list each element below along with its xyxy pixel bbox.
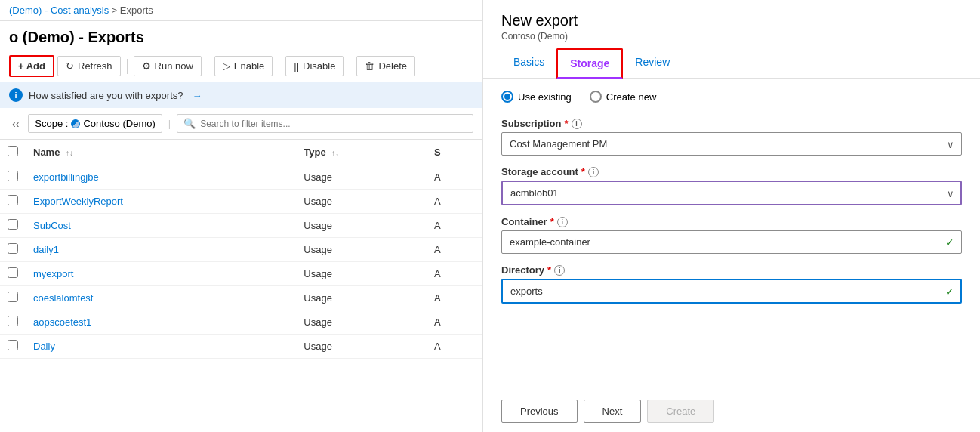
row-name[interactable]: myexport xyxy=(26,262,296,286)
row-type: Usage xyxy=(296,214,427,238)
info-banner-text: How satisfied are you with exports? xyxy=(29,90,183,101)
table-row: myexport Usage A xyxy=(0,262,482,286)
breadcrumb-link[interactable]: (Demo) - Cost analysis xyxy=(9,5,109,16)
container-info-icon[interactable]: i xyxy=(557,217,568,227)
container-group: Container * i ✓ xyxy=(501,216,962,254)
table-header-type: Type ↑↓ xyxy=(296,140,427,165)
directory-input[interactable] xyxy=(501,279,962,304)
disable-icon: || xyxy=(294,60,299,72)
refresh-button[interactable]: ↻ Refresh xyxy=(57,56,121,76)
name-sort-icon[interactable]: ↑↓ xyxy=(66,149,73,157)
row-name[interactable]: exportbillingjbe xyxy=(26,165,296,190)
enable-label: Enable xyxy=(234,60,264,72)
directory-check-icon: ✓ xyxy=(945,285,954,298)
table-row: SubCost Usage A xyxy=(0,214,482,238)
row-checkbox[interactable] xyxy=(8,292,18,302)
row-checkbox[interactable] xyxy=(8,340,18,350)
directory-input-wrapper: ✓ xyxy=(501,279,962,304)
directory-required: * xyxy=(547,264,551,276)
type-sort-icon[interactable]: ↑↓ xyxy=(331,149,339,157)
toolbar-separator-4 xyxy=(350,59,350,74)
row-checkbox[interactable] xyxy=(8,171,18,181)
row-type: Usage xyxy=(296,286,427,310)
row-name[interactable]: aopscoetest1 xyxy=(26,310,296,335)
search-box: 🔍 xyxy=(177,114,473,133)
row-name[interactable]: ExportWeeklyReport xyxy=(26,190,296,214)
enable-button[interactable]: ▷ Enable xyxy=(214,56,273,76)
row-name[interactable]: daily1 xyxy=(26,238,296,262)
enable-icon: ▷ xyxy=(223,60,230,72)
search-icon: 🔍 xyxy=(183,118,196,129)
table-body: exportbillingjbe Usage A ExportWeeklyRep… xyxy=(0,165,482,359)
directory-label: Directory * i xyxy=(501,264,962,276)
table-row: aopscoetest1 Usage A xyxy=(0,310,482,335)
container-label: Container * i xyxy=(501,216,962,227)
storage-account-info-icon[interactable]: i xyxy=(588,167,599,177)
delete-button[interactable]: 🗑 Delete xyxy=(356,56,415,76)
row-type: Usage xyxy=(296,238,427,262)
disable-label: Disable xyxy=(303,60,335,72)
previous-button[interactable]: Previous xyxy=(501,400,578,423)
row-name[interactable]: Daily xyxy=(26,335,296,359)
row-type: Usage xyxy=(296,262,427,286)
toolbar-separator-1 xyxy=(127,59,128,74)
run-now-button[interactable]: ⚙ Run now xyxy=(134,56,202,76)
create-new-option[interactable]: Create new xyxy=(590,91,656,103)
row-status: A xyxy=(427,214,482,238)
storage-account-label: Storage account * i xyxy=(501,166,962,177)
tab-review[interactable]: Review xyxy=(623,48,682,79)
info-icon: i xyxy=(9,88,23,102)
row-checkbox[interactable] xyxy=(8,243,18,254)
panel-title: New export xyxy=(501,12,962,29)
table-container: Name ↑↓ Type ↑↓ S exportbillingjbe Usage… xyxy=(0,140,482,432)
filter-bar: ‹‹ Scope : Contoso (Demo) | 🔍 xyxy=(0,108,482,140)
table-header-row: Name ↑↓ Type ↑↓ S xyxy=(0,140,482,165)
collapse-button[interactable]: ‹‹ xyxy=(9,116,22,131)
tab-storage[interactable]: Storage xyxy=(556,48,623,79)
container-input-wrapper: ✓ xyxy=(501,230,962,254)
run-now-label: Run now xyxy=(155,60,193,72)
directory-info-icon[interactable]: i xyxy=(554,265,565,276)
use-existing-option[interactable]: Use existing xyxy=(501,91,572,103)
subscription-group: Subscription * i Cost Management PM ∨ xyxy=(501,118,962,156)
info-banner-arrow[interactable]: → xyxy=(192,90,202,101)
container-required: * xyxy=(550,216,554,227)
filter-separator: | xyxy=(168,118,171,129)
storage-account-group: Storage account * i acmblob01 ∨ xyxy=(501,166,962,205)
row-status: A xyxy=(427,165,482,190)
row-status: A xyxy=(427,262,482,286)
refresh-label: Refresh xyxy=(78,60,112,72)
panel-subtitle: Contoso (Demo) xyxy=(501,31,962,42)
storage-account-select[interactable]: acmblob01 xyxy=(501,181,962,205)
run-now-icon: ⚙ xyxy=(142,60,151,72)
breadcrumb: (Demo) - Cost analysis > Exports xyxy=(0,0,482,21)
create-new-radio-icon xyxy=(590,91,602,103)
row-type: Usage xyxy=(296,165,427,190)
row-status: A xyxy=(427,238,482,262)
table-row: Daily Usage A xyxy=(0,335,482,359)
row-checkbox[interactable] xyxy=(8,316,18,326)
row-name[interactable]: SubCost xyxy=(26,214,296,238)
info-banner: i How satisfied are you with exports? → xyxy=(0,82,482,108)
subscription-select[interactable]: Cost Management PM xyxy=(501,132,962,156)
row-status: A xyxy=(427,190,482,214)
row-status: A xyxy=(427,335,482,359)
table-header-checkbox xyxy=(0,140,26,165)
row-checkbox[interactable] xyxy=(8,267,18,278)
row-status: A xyxy=(427,286,482,310)
tab-basics[interactable]: Basics xyxy=(501,48,556,79)
scope-dot-icon xyxy=(71,119,80,128)
row-checkbox[interactable] xyxy=(8,219,18,230)
left-panel: (Demo) - Cost analysis > Exports o (Demo… xyxy=(0,0,483,432)
scope-badge: Scope : Contoso (Demo) xyxy=(28,114,162,133)
search-input[interactable] xyxy=(200,119,467,129)
storage-account-required: * xyxy=(581,166,585,177)
select-all-checkbox[interactable] xyxy=(8,146,18,156)
row-name[interactable]: coeslalomtest xyxy=(26,286,296,310)
next-button[interactable]: Next xyxy=(584,400,642,423)
container-input[interactable] xyxy=(501,230,962,254)
subscription-info-icon[interactable]: i xyxy=(572,119,582,129)
row-checkbox[interactable] xyxy=(8,195,18,205)
add-button[interactable]: + Add xyxy=(9,55,54,77)
disable-button[interactable]: || Disable xyxy=(285,56,344,76)
